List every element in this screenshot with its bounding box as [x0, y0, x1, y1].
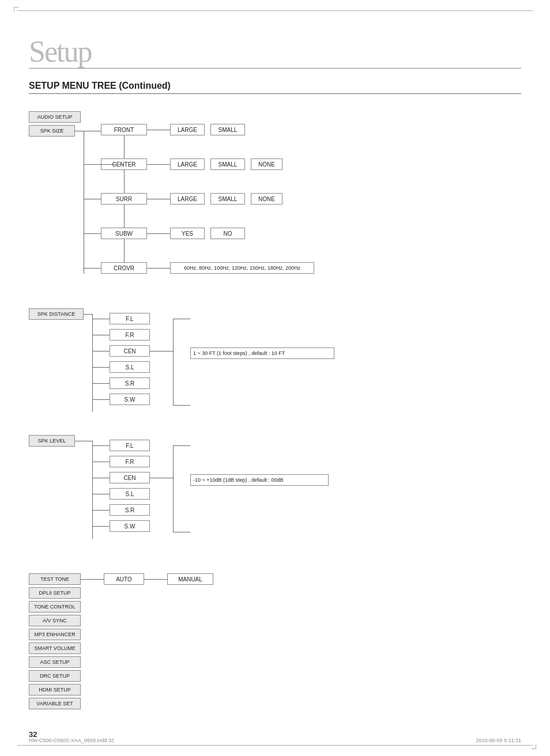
large2-box: LARGE — [170, 158, 205, 170]
dist-fr-box: F.R — [110, 329, 150, 341]
auto-box: AUTO — [104, 573, 144, 585]
none3-box: NONE — [251, 193, 282, 205]
corner-br — [532, 744, 536, 749]
footer-right: 2010-06-09 5:11:31 — [476, 738, 521, 743]
level-sl-box: S.L — [110, 488, 150, 500]
level-cen-box: CEN — [110, 472, 150, 483]
line-level-left — [92, 441, 93, 539]
dist-range-box: 1 ~ 30 FT (1 foot steps) , default : 10 … — [190, 347, 334, 359]
smart-volume-box: SMART VOLUME — [29, 642, 81, 654]
line-center-right — [147, 164, 170, 165]
spk-size-box: SPK SIZE — [29, 125, 75, 137]
dist-cen-box: CEN — [110, 345, 150, 357]
line-dist-range-h — [150, 351, 173, 351]
line-dist-to-v — [84, 314, 92, 315]
page-title: Setup — [29, 35, 91, 69]
spk-distance-box: SPK DISTANCE — [29, 308, 84, 320]
dist-sr-box: S.R — [110, 377, 150, 389]
level-range-box: -10 ~ +10dB (1dB step) , default : 00dB — [190, 474, 329, 486]
mp3-enhancer-box: MP3 ENHANCER — [29, 629, 81, 640]
none2-box: NONE — [251, 158, 282, 170]
surr-box: SURR — [101, 193, 147, 205]
line-subw-right — [147, 233, 170, 234]
level-sw-box: S.W — [110, 520, 150, 532]
audio-setup-box: AUDIO SETUP — [29, 111, 81, 123]
asc-setup-box: ASC SETUP — [29, 656, 81, 668]
line-dist-range-bot — [173, 405, 190, 406]
line-dist-left — [92, 314, 93, 412]
line-surr-right — [147, 199, 170, 199]
diagram-area: AUDIO SETUP SPK SIZE FRONT LARGE SMALL C… — [29, 101, 521, 721]
line-level-to-v — [75, 441, 92, 441]
dist-fl-box: F.L — [110, 313, 150, 324]
page-border-top — [17, 10, 533, 11]
page-border-bottom — [17, 745, 533, 746]
line-surr-down — [124, 205, 125, 229]
test-tone-box: TEST TONE — [29, 573, 81, 585]
variable-set-box: VARIABLE SET — [29, 698, 81, 709]
front-box: FRONT — [101, 124, 147, 135]
line-to-cen-l — [92, 478, 110, 478]
spk-level-box: SPK LEVEL — [29, 435, 75, 447]
line-dist-range-v — [173, 319, 174, 405]
tone-control-box: TONE CONTROL — [29, 601, 81, 613]
line-to-sr-d — [92, 383, 110, 384]
large3-box: LARGE — [170, 193, 205, 205]
crovr-options-box: 60Hz, 80Hz, 100Hz, 120Hz, 150Hz, 180Hz, … — [170, 262, 314, 274]
level-sr-box: S.R — [110, 504, 150, 516]
subw-box: SUBW — [101, 228, 147, 239]
line-to-sr-l — [92, 510, 110, 511]
line-to-surr — [84, 199, 101, 199]
line-to-center — [101, 164, 124, 165]
line-to-fr-l — [92, 462, 110, 462]
line-level-range-v — [173, 445, 174, 532]
line-to-cen-d — [92, 351, 110, 351]
line-test-tone — [81, 579, 104, 580]
section-heading: SETUP MENU TREE (Continued) — [29, 81, 171, 91]
drc-setup-box: DRC SETUP — [29, 670, 81, 682]
line-auto-manual — [144, 579, 167, 580]
line-level-range-h — [150, 478, 173, 478]
line-to-center-v — [84, 164, 101, 165]
line-level-range-top — [173, 445, 190, 446]
line-center-down — [124, 170, 125, 194]
corner-tl — [14, 7, 18, 12]
footer-left: HW-C500-C560S-XAA_0609.indd 32 — [29, 738, 114, 743]
line-to-sw-l — [92, 526, 110, 527]
level-fl-box: F.L — [110, 440, 150, 451]
dist-sw-box: S.W — [110, 394, 150, 405]
line-to-front — [84, 131, 101, 131]
line-to-crovr — [84, 268, 101, 269]
small1-box: SMALL — [210, 124, 245, 135]
small3-box: SMALL — [210, 193, 245, 205]
small2-box: SMALL — [210, 158, 245, 170]
line-dist-range-top — [173, 319, 190, 319]
line-crovr-right — [147, 268, 170, 269]
line-to-sw-d — [92, 399, 110, 400]
line-to-fr-d — [92, 335, 110, 335]
line-level-range-bot — [173, 532, 190, 532]
section-heading-line — [29, 93, 521, 94]
line-spksize-left — [84, 131, 84, 274]
line-to-fl-l — [92, 445, 110, 446]
dist-sl-box: S.L — [110, 361, 150, 373]
yes-box: YES — [170, 228, 205, 239]
large1-box: LARGE — [170, 124, 205, 135]
level-fr-box: F.R — [110, 456, 150, 467]
crovr-box: CROVR — [101, 262, 147, 274]
line-to-subw — [84, 233, 101, 234]
page-title-line — [29, 68, 521, 69]
no-box: NO — [210, 228, 245, 239]
hdmi-setup-box: HDMI SETUP — [29, 684, 81, 695]
manual-box: MANUAL — [167, 573, 213, 585]
av-sync-box: A/V SYNC — [29, 615, 81, 626]
line-front-down — [124, 135, 125, 160]
line-subw-down — [124, 239, 125, 263]
line-to-sl-l — [92, 494, 110, 494]
dplii-setup-box: DPLII SETUP — [29, 587, 81, 599]
line-to-sl-d — [92, 367, 110, 368]
line-front-right — [147, 130, 170, 130]
line-to-fl-d — [92, 319, 110, 319]
